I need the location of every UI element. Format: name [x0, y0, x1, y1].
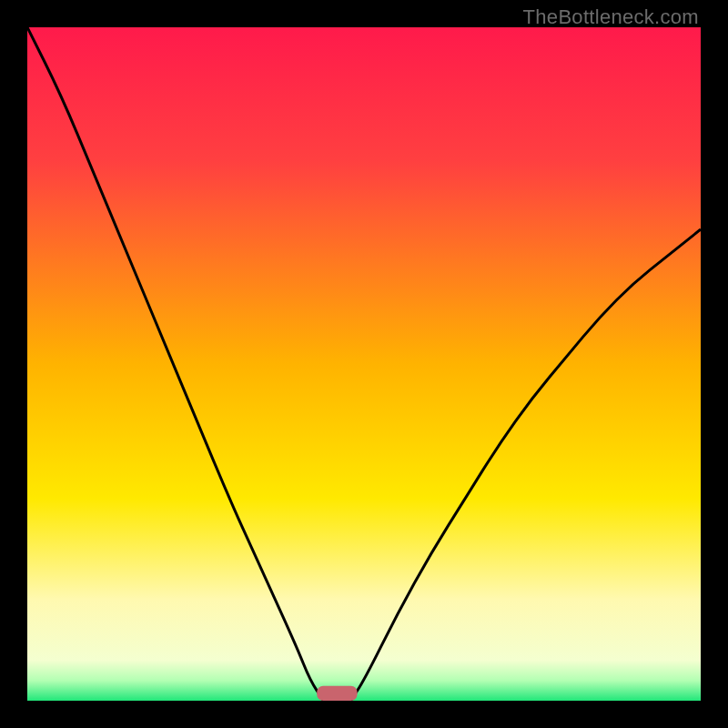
plot-area [27, 27, 701, 701]
chart-svg [27, 27, 701, 701]
bottleneck-marker [317, 686, 357, 701]
chart-frame: TheBottleneck.com [0, 0, 728, 728]
watermark-text: TheBottleneck.com [523, 5, 699, 29]
gradient-background [27, 27, 701, 701]
